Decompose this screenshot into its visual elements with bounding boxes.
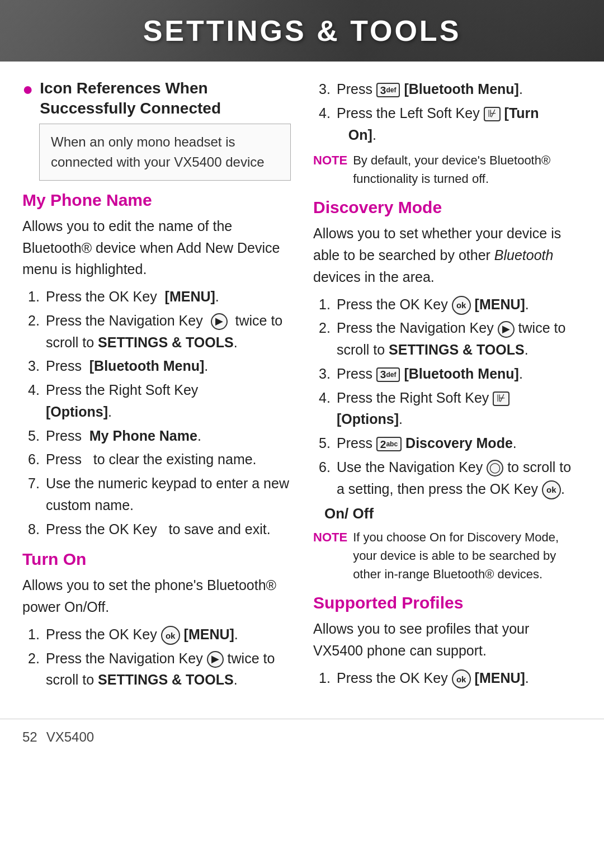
step-5: 5. Press My Phone Name. [28, 425, 291, 447]
step-4: 4. Press the Right Soft Key[Options]. [28, 379, 291, 423]
key-3def-badge: 3def [376, 367, 400, 382]
discovery-mode-steps: 1. Press the OK Key ok [MENU]. 2. Press … [319, 294, 582, 500]
bluetooth-bold: [Bluetooth Menu] [404, 366, 519, 381]
bluetooth-bold: [Bluetooth Menu] [89, 358, 205, 374]
on-off-subheading: On/ Off [324, 505, 582, 522]
step-num: 6. [28, 449, 40, 470]
bluetooth-italic: Bluetooth [494, 247, 554, 263]
disc-step-1: 1. Press the OK Key ok [MENU]. [319, 294, 582, 315]
step-7: 7. Use the numeric keypad to enter a new… [28, 473, 291, 516]
discovery-note: NOTE If you choose On for Discovery Mode… [313, 528, 582, 583]
discovery-mode-body: Allows you to set whether your device is… [313, 223, 582, 287]
step-text: Press the Left Soft Key ⊮ [Turn On]. [337, 102, 582, 146]
turn-on-step-4: 4. Press the Left Soft Key ⊮ [Turn On]. [319, 102, 582, 146]
step-text: Press the Navigation Key ▶ twice to scro… [46, 310, 291, 353]
ok-key-icon: ok [452, 669, 471, 688]
step-text: Press My Phone Name. [46, 425, 291, 447]
soft-left-icon: ⊮ [484, 107, 501, 121]
my-phone-name-heading: My Phone Name [22, 191, 291, 210]
turn-on-heading: Turn On [22, 550, 291, 569]
step-num: 4. [28, 379, 40, 401]
step-text: Press the Navigation Key ▶ twice to scro… [337, 317, 582, 361]
icon-ref-title: Icon References When Successfully Connec… [40, 78, 291, 119]
turnon-bold: [Turn On] [337, 105, 539, 143]
step-text: Press [Bluetooth Menu]. [46, 355, 291, 377]
my-phone-name-steps: 1. Press the OK Key [MENU]. 2. Press the… [28, 286, 291, 540]
icon-ref-box-text: When an only mono headset is connected w… [51, 134, 265, 169]
bluetooth-bold: [Bluetooth Menu] [404, 81, 519, 97]
step-1: 1. Press the OK Key [MENU]. [28, 286, 291, 308]
options-bold: [Options] [337, 411, 399, 427]
step-num: 5. [319, 432, 331, 454]
turn-on-steps: 1. Press the OK Key ok [MENU]. 2. Press … [28, 624, 291, 691]
step-6: 6. Press to clear the existing name. [28, 449, 291, 470]
turn-on-step-3: 3. Press 3def [Bluetooth Menu]. [319, 78, 582, 100]
step-num: 8. [28, 518, 40, 540]
step-text: Press the Right Soft Key ⊮[Options]. [337, 387, 582, 431]
supported-profiles-body: Allows you to see profiles that your VX5… [313, 618, 582, 662]
ok-key-icon: ok [161, 626, 180, 645]
turn-on-step-1: 1. Press the OK Key ok [MENU]. [28, 624, 291, 645]
note-text: By default, your device's Bluetooth® fun… [353, 151, 582, 188]
note-label: NOTE [313, 528, 347, 583]
icon-ref-box: When an only mono headset is connected w… [39, 124, 291, 181]
disc-step-2: 2. Press the Navigation Key ▶ twice to s… [319, 317, 582, 361]
settings-bold: SETTINGS & TOOLS [389, 342, 525, 357]
ok-key-icon: ok [542, 480, 561, 499]
step-num: 7. [28, 473, 40, 494]
step-num: 2. [28, 310, 40, 332]
step-num: 3. [28, 355, 40, 377]
supp-step-1: 1. Press the OK Key ok [MENU]. [319, 667, 582, 689]
step-num: 6. [319, 456, 331, 478]
step-text: Press the OK Key ok [MENU]. [337, 294, 582, 315]
device-name: VX5400 [46, 729, 94, 745]
nav-right-icon: ▶ [207, 651, 224, 668]
step-num: 2. [28, 648, 40, 669]
nav-right-icon: ▶ [498, 321, 515, 338]
step-num: 3. [319, 363, 331, 385]
step-num: 1. [28, 624, 40, 645]
nav-circle-icon: ◯ [487, 460, 503, 477]
step-num: 1. [319, 294, 331, 315]
page-footer: 52 VX5400 [0, 725, 604, 756]
step-text: Press the OK Key to save and exit. [46, 518, 291, 540]
supported-profiles-heading: Supported Profiles [313, 593, 582, 612]
disc-step-3: 3. Press 3def [Bluetooth Menu]. [319, 363, 582, 385]
icon-ref-heading: ● Icon References When Successfully Conn… [22, 78, 291, 119]
step-text: Press the Navigation Key ▶ twice to scro… [46, 648, 291, 691]
step-text: Use the Navigation Key ◯ to scroll to a … [337, 456, 582, 500]
step-num: 3. [319, 78, 331, 100]
discovery-mode-heading: Discovery Mode [313, 198, 582, 217]
step-text: Press the OK Key ok [MENU]. [46, 624, 291, 645]
step-num: 5. [28, 425, 40, 447]
myname-bold: My Phone Name [89, 428, 197, 444]
page-title: SETTINGS & TOOLS [143, 14, 461, 48]
note-text: If you choose On for Discovery Mode, you… [353, 528, 582, 583]
step-2: 2. Press the Navigation Key ▶ twice to s… [28, 310, 291, 353]
step-text: Press 2abc Discovery Mode. [337, 432, 582, 454]
step-3: 3. Press [Bluetooth Menu]. [28, 355, 291, 377]
page-header: SETTINGS & TOOLS [0, 0, 604, 62]
right-column: 3. Press 3def [Bluetooth Menu]. 4. Press… [313, 78, 582, 696]
soft-right-icon: ⊮ [493, 391, 509, 406]
disc-step-6: 6. Use the Navigation Key ◯ to scroll to… [319, 456, 582, 500]
page-number: 52 [22, 729, 37, 745]
disc-step-5: 5. Press 2abc Discovery Mode. [319, 432, 582, 454]
note-label: NOTE [313, 151, 347, 188]
step-text: Press the Right Soft Key[Options]. [46, 379, 291, 423]
step-num: 4. [319, 102, 331, 124]
bullet-icon: ● [22, 78, 33, 100]
step-text: Press to clear the existing name. [46, 449, 291, 470]
step-text: Press 3def [Bluetooth Menu]. [337, 78, 582, 100]
step-text: Press the OK Key [MENU]. [46, 286, 291, 308]
turn-on-body: Allows you to set the phone's Bluetooth®… [22, 574, 291, 618]
menu-bold: [MENU] [475, 296, 525, 312]
settings-bold: SETTINGS & TOOLS [98, 334, 234, 350]
step-text: Use the numeric keypad to enter a new cu… [46, 473, 291, 516]
options-bold: [Options] [46, 404, 108, 419]
nav-right-icon: ▶ [211, 313, 228, 330]
step-num: 1. [319, 667, 331, 689]
ok-key-icon: ok [452, 296, 471, 315]
main-content: ● Icon References When Successfully Conn… [0, 62, 604, 707]
disc-step-4: 4. Press the Right Soft Key ⊮[Options]. [319, 387, 582, 431]
